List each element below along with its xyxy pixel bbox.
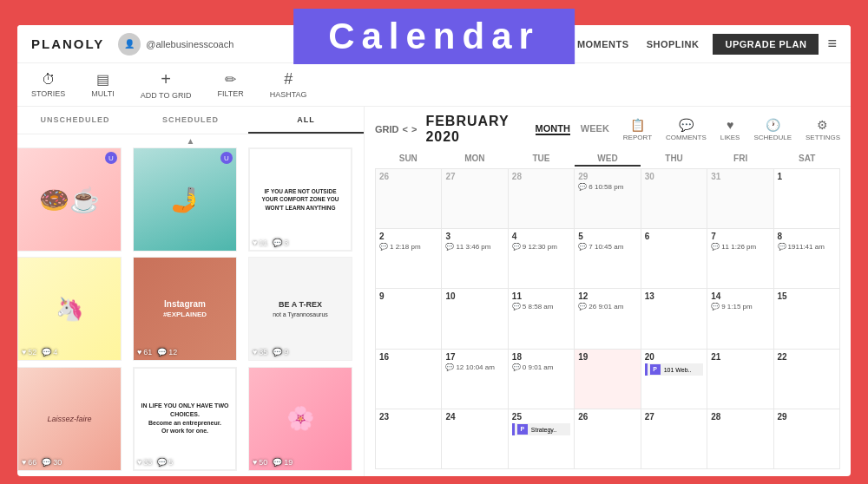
grid-cell-4[interactable]: 🦄 ♥ 52 💬 4 xyxy=(17,257,122,361)
cal-cell-feb13[interactable]: 13 xyxy=(641,289,707,348)
cal-event-feb12: 💬26 9:01 am xyxy=(578,303,636,311)
comments-icon: 💬 xyxy=(679,118,694,132)
stories-icon: ⏱ xyxy=(42,72,56,88)
hamburger-icon[interactable]: ≡ xyxy=(827,35,837,53)
cal-report[interactable]: 📋 REPORT xyxy=(623,118,652,141)
multi-icon: ▤ xyxy=(96,71,109,88)
cal-cell-jan26[interactable]: 26 xyxy=(376,169,441,228)
cal-cell-feb16[interactable]: 16 xyxy=(376,350,441,409)
post3-comments: 3 xyxy=(284,239,288,247)
tool-filter[interactable]: ✏ FILTER xyxy=(217,71,243,98)
cal-event-feb17: 💬12 10:04 am xyxy=(445,363,503,371)
cal-cell-feb17[interactable]: 17 💬12 10:04 am xyxy=(442,350,507,409)
tab-all[interactable]: ALL xyxy=(248,107,364,134)
grid-cell-9[interactable]: 🌸 ♥ 50 💬 19 xyxy=(248,367,352,471)
cal-event-feb4: 💬9 12:30 pm xyxy=(512,243,570,251)
cal-cell-jan29[interactable]: 29 💬6 10:58 pm xyxy=(575,169,640,228)
cell-meta-9: ♥ 50 💬 19 xyxy=(253,458,293,467)
cal-cell-feb19[interactable]: 19 xyxy=(575,350,640,409)
cal-cell-feb18[interactable]: 18 💬0 9:01 am xyxy=(509,350,574,409)
nav-link-moments[interactable]: MOMENTS xyxy=(577,39,629,49)
cal-cell-feb6[interactable]: 6 xyxy=(641,229,707,288)
cal-comments[interactable]: 💬 COMMENTS xyxy=(666,118,707,141)
grid-cell-6[interactable]: BE A T-REX not a Tyrannosaurus ♥ 35 💬 9 xyxy=(248,257,352,361)
cal-cell-feb27[interactable]: 27 xyxy=(641,409,707,468)
cal-cell-feb22[interactable]: 22 xyxy=(774,350,839,409)
schedule-icon: 🕐 xyxy=(766,118,780,132)
grid-cell-5[interactable]: Instagram #EXPLAINED ♥ 61 💬 12 xyxy=(133,257,237,361)
tool-hashtag[interactable]: # HASHTAG xyxy=(270,70,307,99)
tool-stories-label: STORIES xyxy=(31,89,65,98)
cal-schedule-label: SCHEDULE xyxy=(753,134,792,141)
tool-multi[interactable]: ▤ MULTI xyxy=(91,71,114,98)
cal-cell-feb8[interactable]: 8 💬1911:41 am xyxy=(774,229,839,288)
cal-settings[interactable]: ⚙ SETTINGS xyxy=(806,118,840,141)
cal-event-feb8: 💬1911:41 am xyxy=(778,243,836,251)
nav-links: MOMENTS SHOPLINK xyxy=(577,39,700,49)
cal-cell-jan31[interactable]: 31 xyxy=(707,169,773,228)
post5-likes: 61 xyxy=(143,348,152,356)
add-icon: + xyxy=(161,69,171,89)
cal-cell-jan28[interactable]: 28 xyxy=(509,169,574,228)
cal-schedule[interactable]: 🕐 SCHEDULE xyxy=(753,118,792,141)
cal-cell-feb25[interactable]: 25 P Strategy.. xyxy=(509,409,574,468)
cal-cell-feb7[interactable]: 7 💬11 1:26 pm xyxy=(707,229,773,288)
grid-cell-8[interactable]: IN LIFE YOU ONLY HAVE TWO CHOICES.Become… xyxy=(133,367,237,471)
cal-cell-feb1[interactable]: 1 xyxy=(774,169,839,228)
cal-likes[interactable]: ♥ LIKES xyxy=(720,118,740,141)
cal-nav[interactable]: GRID < > xyxy=(375,124,417,134)
cal-cell-feb2[interactable]: 2 💬1 2:18 pm xyxy=(376,229,441,288)
grid-link[interactable]: GRID xyxy=(375,124,399,134)
filter-icon: ✏ xyxy=(225,71,236,88)
settings-icon: ⚙ xyxy=(817,118,828,132)
cal-cell-feb3[interactable]: 3 💬11 3:46 pm xyxy=(442,229,507,288)
cal-cell-feb23[interactable]: 23 xyxy=(376,409,441,468)
cal-cell-feb24[interactable]: 24 xyxy=(442,409,507,468)
grid-cell-2[interactable]: 🤳 U xyxy=(133,147,237,252)
toolbar: ⏱ STORIES ▤ MULTI + ADD TO GRID ✏ FILTER… xyxy=(17,63,851,107)
tab-month[interactable]: MONTH xyxy=(536,123,570,135)
post4-likes: 52 xyxy=(28,348,36,356)
nav-link-shoplink[interactable]: SHOPLINK xyxy=(647,39,700,49)
tool-filter-label: FILTER xyxy=(217,89,243,98)
grid-cell-3[interactable]: IF YOU ARE NOT OUTSIDE YOUR COMFORT ZONE… xyxy=(248,147,352,252)
cal-cell-feb28[interactable]: 28 xyxy=(707,409,773,468)
tab-unscheduled[interactable]: UNSCHEDULED xyxy=(17,107,133,134)
day-sat: SAT xyxy=(773,152,840,167)
cal-cell-feb15[interactable]: 15 xyxy=(774,289,839,348)
cal-cell-feb5[interactable]: 5 💬7 10:45 am xyxy=(575,229,640,288)
cell-meta-8: ♥ 33 💬 5 xyxy=(137,458,173,467)
cal-cell-jan30[interactable]: 30 xyxy=(641,169,707,228)
cal-cell-feb26[interactable]: 26 xyxy=(575,409,640,468)
cal-cell-feb20[interactable]: 20 P 101 Web.. xyxy=(641,350,707,409)
sort-arrow: ▲ xyxy=(17,134,364,147)
grid-cell-7[interactable]: Laissez-faire ♥ 66 💬 30 xyxy=(17,367,122,471)
nav-username[interactable]: @allebusinesscoach xyxy=(146,39,233,49)
cal-cell-feb9[interactable]: 9 xyxy=(376,289,441,348)
pin-icon: P xyxy=(650,364,661,375)
cal-cell-feb21[interactable]: 21 xyxy=(707,350,773,409)
cal-cell-jan27[interactable]: 27 xyxy=(442,169,507,228)
cal-cell-feb10[interactable]: 10 xyxy=(442,289,507,348)
grid-cell-1[interactable]: 🍩☕ U xyxy=(17,147,122,252)
cal-view-tabs: MONTH WEEK xyxy=(536,123,609,135)
tab-week[interactable]: WEEK xyxy=(581,123,609,135)
cal-days-header: SUN MON TUE WED THU FRI SAT xyxy=(375,152,840,167)
cal-arrow-left[interactable]: < xyxy=(403,124,408,134)
cal-arrow-right[interactable]: > xyxy=(411,124,417,134)
cal-cell-feb29[interactable]: 29 xyxy=(774,409,839,468)
post4-comments: 4 xyxy=(53,348,57,356)
cal-cell-feb11[interactable]: 11 💬5 8:58 am xyxy=(509,289,574,348)
logo: PLANOLY xyxy=(31,36,104,51)
tool-add-label: ADD TO GRID xyxy=(141,91,192,100)
cal-cell-feb14[interactable]: 14 💬9 1:15 pm xyxy=(707,289,773,348)
post7-likes: 66 xyxy=(28,458,36,467)
tool-stories[interactable]: ⏱ STORIES xyxy=(31,72,65,98)
upgrade-plan-button[interactable]: UPGRADE PLAN xyxy=(713,34,819,55)
tool-add-to-grid[interactable]: + ADD TO GRID xyxy=(141,69,192,100)
cal-actions: 📋 REPORT 💬 COMMENTS ♥ LIKES 🕐 SCHEDULE xyxy=(623,118,840,141)
cal-event-feb18: 💬0 9:01 am xyxy=(512,363,570,371)
cal-cell-feb12[interactable]: 12 💬26 9:01 am xyxy=(575,289,640,348)
cal-cell-feb4[interactable]: 4 💬9 12:30 pm xyxy=(509,229,574,288)
tab-scheduled[interactable]: SCHEDULED xyxy=(133,107,248,134)
